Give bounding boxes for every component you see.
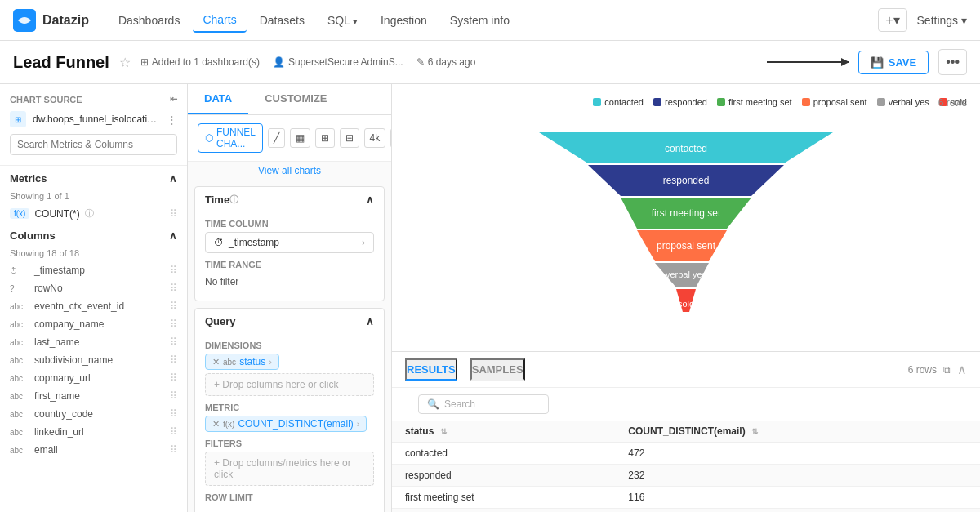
col-linkedin: abc linkedin_url ⠿: [0, 423, 187, 441]
time-section: Time ⓘ ∧ TIME COLUMN ⏱ _timestamp › TIME…: [194, 186, 385, 301]
columns-header: Columns ∧: [0, 223, 187, 248]
sort-icon-count: ⇅: [751, 427, 758, 436]
cell-count-4: 87: [615, 509, 980, 513]
col-company-url: abc copmany_url ⠿: [0, 369, 187, 387]
metrics-collapse-icon[interactable]: ∧: [169, 172, 177, 185]
dashboard-icon: ⊞: [140, 56, 149, 68]
nav-dashboards[interactable]: Dashboards: [109, 9, 190, 32]
funnel-svg: contacted responded first meeting set pr…: [514, 132, 858, 320]
dashboard-meta: ⊞ Added to 1 dashboard(s): [140, 56, 260, 68]
table-row: first meeting set 116: [392, 487, 980, 509]
row-limit-label: ROW LIMIT: [205, 492, 374, 502]
clock-icon: ⏱: [214, 237, 224, 248]
col-header-status[interactable]: status ⇅: [392, 421, 615, 443]
col-email: abc email ⠿: [0, 441, 187, 459]
remove-dimension-icon[interactable]: ✕: [212, 357, 220, 367]
plus-button[interactable]: +▾: [878, 8, 906, 32]
time-column-selector[interactable]: ⏱ _timestamp ›: [205, 232, 374, 253]
time-range-value: No filter: [205, 273, 374, 291]
nav-ingestion[interactable]: Ingestion: [371, 9, 437, 32]
cell-status-3: first meeting set: [392, 487, 615, 509]
nav-datasets[interactable]: Datasets: [250, 9, 314, 32]
results-search-row: 🔍 Search: [392, 388, 980, 421]
time-collapse-icon: ∧: [366, 194, 374, 206]
results-search-box[interactable]: 🔍 Search: [418, 394, 549, 414]
cell-count-2: 232: [615, 465, 980, 487]
time-section-title[interactable]: Time ⓘ ∧: [195, 187, 384, 212]
filters-drop-zone[interactable]: Drop columns/metrics here or click: [205, 452, 374, 486]
metrics-count: Showing 1 of 1: [0, 191, 187, 204]
query-section-title[interactable]: Query ∧: [195, 309, 384, 334]
results-table: status ⇅ COUNT_DISTINCT(email) ⇅ contact…: [392, 421, 980, 512]
datasource-more[interactable]: ⋮: [167, 114, 177, 126]
top-nav: Datazip Dashboards Charts Datasets SQL I…: [0, 0, 980, 41]
columns-collapse-icon[interactable]: ∧: [169, 229, 177, 242]
collapse-results-button[interactable]: ∧: [957, 362, 967, 377]
chart-type-bar: ⬡ FUNNEL CHA... ╱ ▦ ⊞ ⊟ 4k ⏱: [188, 115, 391, 162]
results-header: RESULTS SAMPLES 6 rows ⧉ ∧: [392, 352, 980, 388]
results-panel: RESULTS SAMPLES 6 rows ⧉ ∧ 🔍 Search: [392, 351, 980, 512]
number-chart-btn[interactable]: 4k: [364, 128, 386, 148]
metric-tags: ✕ f(x) COUNT_DISTINCT(email) ›: [205, 416, 374, 432]
dimensions-label: DIMENSIONS: [205, 341, 374, 350]
time-section-content: TIME COLUMN ⏱ _timestamp › TIME RANGE No…: [195, 219, 384, 301]
more-button[interactable]: •••: [938, 49, 967, 75]
star-icon[interactable]: ☆: [119, 55, 131, 70]
tab-results[interactable]: RESULTS: [405, 358, 457, 381]
metric-label: METRIC: [205, 403, 374, 412]
time-info-icon: ⓘ: [229, 194, 238, 206]
metric-item-count: f(x) COUNT(*) ⓘ ⠿: [0, 204, 187, 223]
dimension-arrow: ›: [269, 357, 272, 367]
col-country-code: abc country_code ⠿: [0, 405, 187, 423]
metrics-section: Metrics ∧ Showing 1 of 1 f(x) COUNT(*) ⓘ…: [0, 166, 187, 223]
save-button[interactable]: 💾 SAVE: [858, 51, 929, 74]
chart-type-selector[interactable]: ⬡ FUNNEL CHA...: [198, 123, 263, 153]
bar-chart-btn[interactable]: ▦: [290, 128, 310, 148]
datasource-row: ⊞ dw.hoops_funnel_isolocatio... ⋮: [10, 111, 177, 127]
dimension-tag-status: ✕ abc status ›: [205, 354, 279, 370]
logo-text: Datazip: [42, 13, 89, 28]
results-rows-count: 6 rows: [908, 364, 937, 376]
metrics-header: Metrics ∧: [0, 166, 187, 191]
legend-dot-proposal: [802, 98, 810, 106]
legend-dot-first-meeting: [717, 98, 725, 106]
cell-count-1: 472: [615, 443, 980, 465]
dimensions-tags: ✕ abc status ›: [205, 354, 374, 370]
nav-charts[interactable]: Charts: [193, 8, 246, 33]
funnel-chart: contacted responded first meeting set pr…: [405, 114, 967, 338]
main-layout: Chart Source ⇤ ⊞ dw.hoops_funnel_isoloca…: [0, 84, 980, 512]
view-all-charts-link[interactable]: View all charts: [188, 162, 391, 180]
tab-data[interactable]: DATA: [188, 84, 248, 114]
collapse-sidebar-icon[interactable]: ⇤: [170, 94, 177, 105]
dimensions-drop-zone[interactable]: Drop columns here or click: [205, 373, 374, 396]
nav-system-info[interactable]: System info: [440, 9, 519, 32]
metric-drag: ⠿: [170, 208, 177, 220]
copy-icon[interactable]: ⧉: [943, 364, 951, 376]
tab-samples[interactable]: SAMPLES: [470, 358, 525, 381]
metric-arrow: ›: [357, 419, 360, 429]
cell-status-2: responded: [392, 465, 615, 487]
edit-icon: ✎: [416, 56, 425, 68]
chart-legend: contacted responded first meeting set pr…: [405, 97, 967, 107]
logo-icon: [13, 9, 36, 32]
remove-metric-icon[interactable]: ✕: [212, 419, 220, 430]
time-meta: ✎ 6 days ago: [416, 56, 476, 68]
nav-sql[interactable]: SQL: [318, 9, 368, 32]
table-chart-btn[interactable]: ⊞: [315, 128, 335, 148]
legend-contacted: contacted: [593, 97, 644, 107]
col-last-name: abc last_name ⠿: [0, 333, 187, 351]
line-chart-btn[interactable]: ╱: [268, 128, 285, 148]
search-metrics-input[interactable]: [10, 134, 177, 155]
tab-customize[interactable]: CUSTOMIZE: [248, 84, 343, 114]
cell-count-3: 116: [615, 487, 980, 509]
metric-name: COUNT(*): [34, 208, 79, 220]
settings-button[interactable]: Settings ▾: [917, 14, 967, 27]
cell-status-4: proposal sent: [392, 509, 615, 513]
table-row: responded 232: [392, 465, 980, 487]
results-right: 6 rows ⧉ ∧: [908, 362, 967, 377]
sort-icon-status: ⇅: [440, 427, 447, 436]
time-column-label: TIME COLUMN: [205, 219, 374, 229]
grid-chart-btn[interactable]: ⊟: [340, 128, 359, 148]
col-header-count[interactable]: COUNT_DISTINCT(email) ⇅: [615, 421, 980, 443]
col-event-id: abc eventn_ctx_event_id ⠿: [0, 297, 187, 315]
